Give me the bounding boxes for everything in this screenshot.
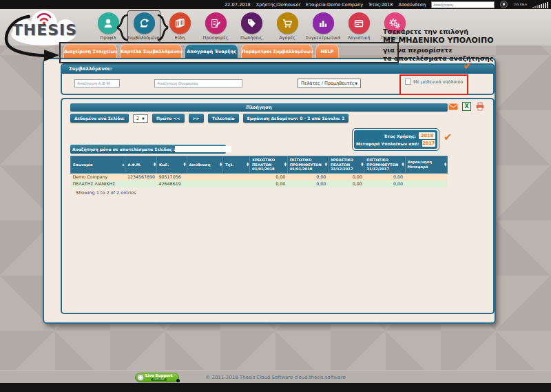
table-cell: 0,00: [287, 180, 328, 187]
per-page-select[interactable]: 2 ▼: [133, 114, 148, 123]
nav-item-items[interactable]: Είδη: [163, 10, 196, 43]
offers-icon: [205, 12, 227, 34]
nav-item-accounting[interactable]: Λογιστική: [342, 10, 375, 43]
table-cell: [223, 180, 250, 187]
per-page-label: Δεδομένα ανά Σελίδα:: [70, 114, 129, 123]
sort-icon[interactable]: ▲ ▼: [184, 162, 186, 167]
sort-icon[interactable]: ▲ ▼: [247, 162, 249, 167]
last-page-button[interactable]: Τελευταίο: [208, 114, 239, 123]
column-header[interactable]: ΠΙΣΤΩΤΙΚΟ ΠΡΟΜΗΘΕΥΤΩΝ 01/01/2018▲ ▼: [287, 156, 328, 174]
name-search-input[interactable]: [154, 79, 242, 87]
reports-icon: [313, 12, 334, 34]
table-row[interactable]: ΠΕΛΑΤΗΣ ΛΙΑΝΙΚΗΣ426486190,000,000,000,00: [71, 180, 448, 187]
page-search-input[interactable]: [175, 146, 231, 152]
column-header[interactable]: ΠΙΣΤΩΤΙΚΟ ΠΡΟΜΗΘΕΥΤΩΝ 31/12/2017▲ ▼: [364, 156, 405, 174]
usage-year-label: Έτος Χρήσης:: [384, 134, 416, 138]
results-panel: Πλοήγηση Δεδομένα ανά Σελίδα: 2 ▼ Πρώτο …: [61, 98, 495, 314]
nav-item-profile[interactable]: Προφίλ: [92, 10, 125, 43]
nav-item-offers[interactable]: Προσφορές: [199, 10, 232, 43]
profile-icon: [98, 12, 119, 34]
date-label: 22-07-2018: [225, 2, 251, 8]
signal-bars-icon: [532, 1, 548, 8]
print-icon[interactable]: [475, 102, 485, 111]
zero-balance-checkbox[interactable]: [405, 79, 411, 85]
tip-checkmark-icon: ✔: [463, 59, 472, 72]
tab-partner-parameters[interactable]: Παράμετροι Συμβαλλομένων: [241, 44, 313, 58]
bottom-black-bar: [0, 383, 551, 392]
table-cell: 0,00: [250, 180, 288, 187]
afm-search-input[interactable]: [74, 79, 120, 87]
sort-icon[interactable]: ▲: [122, 163, 124, 166]
accounting-icon: [349, 12, 370, 34]
fiscal-year-box: Έτος Χρήσης: 2018 Μεταφορά Υπολοίπων από…: [352, 128, 439, 151]
partners-table: Επωνυμία▲Α.Φ.Μ.▲ ▼Κωδ.▲ ▼Διεύθυνση▲ ▼Τηλ…: [70, 156, 448, 187]
filters-panel: Συμβαλλόμενοι: Πελάτες / Προμηθευτές ▼ Μ…: [61, 63, 495, 95]
page-search-label: Αναζήτηση μόνο σε αποτελέσματα Σελίδας :: [72, 147, 175, 152]
partners-icon: [134, 12, 155, 34]
logout-link[interactable]: Αποσύνδεση: [399, 2, 426, 8]
column-header[interactable]: ΧΡΕΩΣΤΙΚΟ ΠΕΛΑΤΩΝ 01/01/2018▲ ▼: [250, 156, 288, 174]
column-header[interactable]: Τηλ.▲ ▼: [223, 156, 250, 174]
nav-item-purchases[interactable]: Αγορές: [271, 10, 304, 43]
next-page-button[interactable]: >>: [189, 114, 204, 123]
tab-opening-inventory[interactable]: Απογραφή Έναρξης: [185, 44, 238, 58]
zero-balance-option: Με μηδενικό υπόλοιπο: [405, 79, 463, 85]
sort-icon[interactable]: ▲ ▼: [361, 162, 363, 167]
global-search-input[interactable]: [431, 1, 495, 8]
sort-icon[interactable]: ▲ ▼: [284, 162, 287, 167]
export-actions: X: [448, 102, 485, 111]
user-label: Χρήστης:Demouser: [256, 2, 300, 8]
sort-icon[interactable]: ▲ ▼: [220, 162, 222, 167]
table-cell: 0,00: [364, 180, 405, 187]
tab-partner-card[interactable]: Καρτέλα Συμβαλλόμενου: [120, 44, 182, 58]
year-label: Έτος:2018: [368, 2, 393, 8]
pagination-info: Εμφάνιση Δεδομένων: 0 - 2 από Σύνολο: 2: [243, 114, 349, 123]
annotation-tip-text: Τσεκάρετε την επιλογή ΜΕ ΜΗΔΕΝΙΚΟ ΥΠΟΛΟΙ…: [383, 28, 514, 63]
top-status-bar: 22-07-2018 Χρήστης:Demouser Εταιρεία:Dem…: [0, 0, 551, 9]
tab-help[interactable]: HELP: [315, 44, 339, 58]
nav-item-partners[interactable]: Συμβαλλόμενοι: [127, 10, 160, 43]
column-header[interactable]: Α.Φ.Μ.▲ ▼: [125, 156, 157, 174]
column-header[interactable]: ΧΡΕΩΣΤΙΚΟ ΠΕΛΑΤΩΝ 31/12/2017▲ ▼: [328, 156, 364, 174]
transfer-year-value[interactable]: 2017: [422, 140, 435, 147]
sort-icon[interactable]: ▲ ▼: [154, 162, 156, 167]
pagination-title: Πλοήγηση: [70, 103, 448, 112]
footer-bar: Live Support OFFLINE © 2011-2018 Thesis …: [0, 370, 551, 384]
column-header[interactable]: Χαρακ/νηση Μεταφορά▲ ▼: [405, 156, 448, 174]
help-icon[interactable]: [500, 1, 508, 8]
company-label: Εταιρεία:Demo Company: [306, 2, 363, 8]
pagination-controls: Δεδομένα ανά Σελίδα: 2 ▼ Πρώτο << >> Τελ…: [70, 114, 349, 123]
zero-balance-label: Με μηδενικό υπόλοιπο: [413, 79, 463, 85]
column-header[interactable]: Κωδ.▲ ▼: [157, 156, 187, 174]
sort-icon[interactable]: ▲ ▼: [325, 162, 327, 167]
type-select[interactable]: Πελάτες / Προμηθευτές ▼: [298, 79, 361, 88]
chevron-down-icon: ▼: [355, 81, 357, 85]
filters-panel-title: Συμβαλλόμενοι:: [62, 65, 493, 74]
table-cell: 0,00: [328, 173, 364, 180]
column-header[interactable]: Διεύθυνση▲ ▼: [187, 156, 222, 174]
year-confirm-checkmark-icon[interactable]: ✔: [444, 131, 453, 143]
tab-manage-data[interactable]: Διαχείριση Στοιχείων: [63, 44, 117, 58]
table-row[interactable]: Demo Company1234567890905170560,000,000,…: [71, 173, 448, 180]
sort-icon[interactable]: ▲ ▼: [444, 162, 446, 167]
purchases-icon: [277, 12, 298, 34]
email-icon[interactable]: [448, 103, 458, 110]
sort-icon[interactable]: ▲ ▼: [402, 162, 404, 167]
page-search-bar: Αναζήτηση μόνο σε αποτελέσματα Σελίδας :: [70, 145, 226, 154]
table-summary: Showing 1 to 2 of 2 entries: [76, 190, 136, 196]
checkbox-annotation-rectangle: [399, 74, 468, 95]
first-prev-page-button[interactable]: Πρώτο <<: [152, 114, 185, 123]
nav-item-reports[interactable]: Συγκεντρωτικά: [306, 10, 340, 43]
table-cell: [187, 173, 222, 180]
table-cell: 0,00: [287, 173, 328, 180]
table-cell: 0,00: [364, 173, 405, 180]
table-cell: 0,00: [328, 180, 364, 187]
nav-item-sales[interactable]: Πωλήσεις: [235, 10, 268, 43]
main-content-panel: Συμβαλλόμενοι: Πελάτες / Προμηθευτές ▼ Μ…: [43, 58, 496, 324]
table-cell: [223, 173, 250, 180]
excel-export-icon[interactable]: X: [462, 102, 471, 111]
table-cell: 90517056: [157, 173, 187, 180]
usage-year-value[interactable]: 2018: [419, 132, 435, 139]
main-navigation: Προφίλ Συμβαλλόμενοι Είδη: [92, 10, 411, 43]
column-header[interactable]: Επωνυμία▲: [71, 156, 125, 174]
